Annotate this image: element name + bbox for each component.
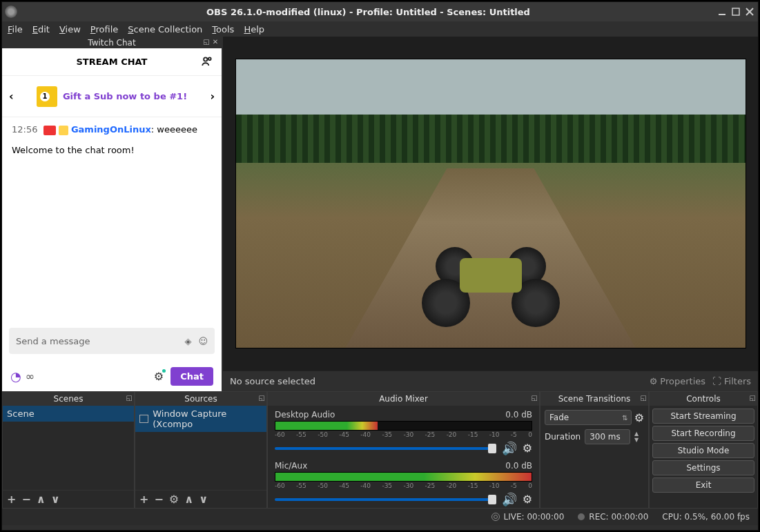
gear-icon: ⚙ [650,376,658,386]
desktop-audio-label: Desktop Audio [275,410,335,420]
chat-users-icon[interactable] [201,55,213,68]
gift-sub-promo[interactable]: ‹ Gift a Sub now to be #1! › [2,76,222,117]
remove-scene-button[interactable]: − [21,493,30,506]
sources-title: Sources [184,394,217,404]
sources-panel: Sources◱ Window Capture (Xcompo + − ⚙ ∧ … [135,391,267,509]
chat-message: 12:56 GamingOnLinux: weeeeee [12,124,212,135]
audio-mixer-panel: Audio Mixer◱ Desktop Audio0.0 dB -60-55-… [267,391,540,509]
chat-timestamp: 12:56 [12,124,37,135]
transitions-title: Scene Transitions [558,394,631,404]
filters-button[interactable]: ⛶Filters [712,376,751,386]
desktop-audio-track: Desktop Audio0.0 dB -60-55-50-45-40-35-3… [268,406,539,457]
scenes-panel: Scenes◱ Scene + − ∧ ∨ [2,391,135,509]
chat-text: : weeeeee [151,124,197,135]
mic-mute-icon[interactable]: 🔊 [502,492,517,506]
properties-button[interactable]: ⚙Properties [650,376,705,386]
desktop-gear-icon[interactable]: ⚙ [523,442,532,455]
desktop-meter [275,421,532,431]
mic-ticks: -60-55-50-45-40-35-30-25-20-15-10-50 [275,482,532,489]
menu-view[interactable]: View [59,24,81,35]
chevron-updown-icon: ⇅ [622,414,627,422]
transitions-panel: Scene Transitions◱ Fade⇅ ⚙ Duration 300 … [540,391,649,509]
controls-panel: Controls◱ Start Streaming Start Recordin… [649,391,758,509]
sources-popout-icon[interactable]: ◱ [259,394,265,402]
menu-scene-collection[interactable]: Scene Collection [128,24,202,35]
mic-label: Mic/Aux [275,461,307,471]
mic-meter [275,472,532,482]
svg-point-5 [208,57,211,60]
app-icon [5,6,17,18]
gift-icon [37,86,57,107]
svg-point-4 [204,57,207,61]
broadcaster-badge-icon [43,126,56,135]
stream-chat-header: STREAM CHAT [2,48,222,76]
start-recording-button[interactable]: Start Recording [652,426,754,441]
menu-edit[interactable]: Edit [32,24,50,35]
maximize-button[interactable] [730,6,741,17]
dock-popout-icon[interactable]: ◱ [202,37,211,46]
transition-gear-icon[interactable]: ⚙ [634,411,644,424]
start-streaming-button[interactable]: Start Streaming [652,408,754,424]
preview-area[interactable] [223,37,758,371]
scene-up-button[interactable]: ∧ [37,493,46,506]
promo-prev-icon[interactable]: ‹ [9,90,14,103]
source-item[interactable]: Window Capture (Xcompo [135,406,266,432]
scene-item[interactable]: Scene [3,406,134,422]
settings-button[interactable]: Settings [652,460,754,475]
menu-tools[interactable]: Tools [212,24,234,35]
minimize-button[interactable] [717,6,728,17]
promo-next-icon[interactable]: › [210,90,215,103]
dock-close-icon[interactable]: ✕ [211,37,220,46]
close-button[interactable] [744,6,755,17]
desktop-ticks: -60-55-50-45-40-35-30-25-20-15-10-50 [275,431,532,438]
add-source-button[interactable]: + [139,493,148,506]
status-bar: LIVE: 00:00:00 REC: 00:00:00 CPU: 0.5%, … [2,509,758,525]
duration-spinner[interactable]: ▲▼ [634,431,644,443]
exit-button[interactable]: Exit [652,477,754,493]
preview-canvas [235,59,746,348]
chat-input[interactable]: Send a message ◈ ☺ [9,328,215,354]
chat-username[interactable]: GamingOnLinux [71,124,151,135]
mic-aux-track: Mic/Aux0.0 dB -60-55-50-45-40-35-30-25-2… [268,457,539,508]
menu-file[interactable]: File [8,24,23,35]
chat-settings-icon[interactable]: ⚙ [154,370,164,383]
cpu-fps: CPU: 0.5%, 60.00 fps [662,512,750,522]
cheer-icon[interactable]: ◈ [184,336,191,346]
controls-popout-icon[interactable]: ◱ [750,394,756,402]
duration-input[interactable]: 300 ms [585,429,630,444]
mic-volume-slider[interactable] [275,498,496,501]
source-up-button[interactable]: ∧ [184,493,193,506]
rec-indicator-icon [578,513,585,520]
remove-source-button[interactable]: − [154,493,163,506]
twitch-dock-title: Twitch Chat [88,38,135,48]
funnel-icon: ⛶ [712,376,721,386]
channel-points-icon[interactable]: ◔ [10,369,21,384]
menu-help[interactable]: Help [244,24,264,35]
scenes-popout-icon[interactable]: ◱ [126,394,133,402]
live-indicator-icon [491,513,500,521]
desktop-mute-icon[interactable]: 🔊 [502,441,517,455]
source-down-button[interactable]: ∨ [199,493,208,506]
mic-gear-icon[interactable]: ⚙ [523,493,532,506]
chat-placeholder: Send a message [16,336,184,346]
transition-select[interactable]: Fade⇅ [545,410,632,425]
source-settings-button[interactable]: ⚙ [169,493,179,506]
desktop-volume-slider[interactable] [275,447,496,450]
promo-text: Gift a Sub now to be #1! [63,91,187,101]
twitch-chat-panel: Twitch Chat ◱ ✕ STREAM CHAT ‹ Gift a Sub… [2,37,223,391]
add-scene-button[interactable]: + [7,493,16,506]
svg-rect-1 [732,8,739,15]
mixer-title: Audio Mixer [379,394,428,404]
chat-welcome: Welcome to the chat room! [12,145,212,155]
studio-mode-button[interactable]: Studio Mode [652,443,754,458]
emote-icon[interactable]: ☺ [198,336,208,346]
points-balance: ∞ [26,370,35,383]
menu-profile[interactable]: Profile [90,24,118,35]
transitions-popout-icon[interactable]: ◱ [641,394,647,402]
sub-badge-icon [59,126,68,135]
desktop-db: 0.0 dB [505,410,532,420]
mic-db: 0.0 dB [505,461,532,471]
mixer-popout-icon[interactable]: ◱ [532,394,538,402]
scene-down-button[interactable]: ∨ [51,493,60,506]
chat-send-button[interactable]: Chat [170,367,213,386]
